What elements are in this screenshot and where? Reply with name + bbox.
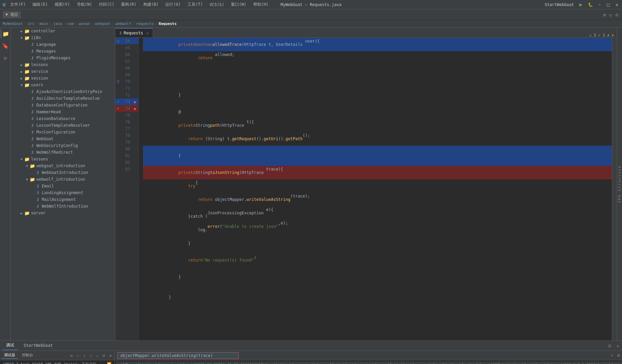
tree-item-users[interactable]: ▼ 📁 users xyxy=(11,82,115,88)
tree-item-hammerhead[interactable]: J HammerHead xyxy=(11,109,115,115)
java-icon: J xyxy=(30,89,35,94)
tree-item-lessonds[interactable]: J LessonDataSource xyxy=(11,115,115,122)
main-area: 📁 🔖 ≡ ▶ 📁 controller ▼ 📁 i18n J Language… xyxy=(0,28,622,340)
tree-item-mvcconfig[interactable]: J MvcConfiguration xyxy=(11,129,115,135)
tree-item-ajax[interactable]: J AjaxAuthenticationEntryPoin xyxy=(11,88,115,95)
menu-tools[interactable]: 工具(T) xyxy=(185,1,205,8)
tree-item-session[interactable]: ▶ 📁 session xyxy=(11,75,115,82)
project-label[interactable]: ▼ 项目 xyxy=(3,11,21,18)
run-status: "XNIO-2 task-4"@18,105 在组 "main": 正在运行 xyxy=(3,362,96,364)
debug-toolbar-icon-7[interactable]: ≡ xyxy=(108,353,113,358)
tree-item-webwolfredir[interactable]: J WebWolfRedirect xyxy=(11,149,115,156)
tree-item-dbconfig[interactable]: J DatabaseConfiguration xyxy=(11,102,115,109)
expand-all-icon[interactable]: ⊞ xyxy=(616,353,621,358)
tree-item-controller[interactable]: ▶ 📁 controller xyxy=(11,28,115,34)
tree-item-ascii[interactable]: J AsciiDoctorTemplateResolve xyxy=(11,95,115,102)
close-button[interactable]: ✕ xyxy=(615,2,619,7)
debug-toolbar-icon-3[interactable]: ↑ xyxy=(82,353,87,358)
menu-window[interactable]: 窗口(W) xyxy=(229,1,248,8)
tab-close-icon[interactable]: ✕ xyxy=(146,31,149,35)
bottom-settings-icon[interactable]: ⚙ xyxy=(608,343,611,348)
maximize-button[interactable]: □ xyxy=(606,2,611,7)
tree-item-websecurity[interactable]: J WebSecurityConfig xyxy=(11,142,115,149)
sync-icon[interactable]: ↻ xyxy=(609,12,612,18)
tree-item-landing[interactable]: J LandingAssignment xyxy=(11,189,115,196)
tree-item-pluginmessages[interactable]: J PluginMessages xyxy=(11,55,115,61)
tree-item-webwolf-intro[interactable]: ▼ 📁 webwolf_introduction xyxy=(11,176,115,183)
menu-help[interactable]: 帮助(H) xyxy=(251,1,271,8)
code-content[interactable]: private boolean allowedTrace(HttpTrace t… xyxy=(139,38,612,340)
tab-icon: J xyxy=(119,31,122,35)
breadcrumb-part-3[interactable]: java xyxy=(53,22,62,26)
menu-file[interactable]: 文件(F) xyxy=(8,1,28,8)
tree-item-service[interactable]: ▶ 📁 service xyxy=(11,68,115,75)
code-line-79: } xyxy=(143,233,612,253)
breadcrumb-part-0[interactable]: MyWebGoat xyxy=(3,22,23,26)
breadcrumb-part-4[interactable]: com xyxy=(67,22,74,26)
code-line-76: return objectMapper.writeValueAsString(t… xyxy=(143,193,612,206)
breadcrumb-sep-5: › xyxy=(91,22,94,26)
structure-icon[interactable]: ≡ xyxy=(1,53,10,63)
expression-input[interactable] xyxy=(117,352,239,359)
debug-toolbar-icon-2[interactable]: ↓ xyxy=(76,353,81,358)
menu-nav[interactable]: 导航(N) xyxy=(75,1,94,8)
breadcrumb-part-1[interactable]: src xyxy=(28,22,34,26)
code-area: @ 56 65 66 67 68 69 @70 71 72 ✓73● ✗74● … xyxy=(115,38,617,340)
debug-toolbar-icon-6[interactable]: ⊟ xyxy=(101,353,107,358)
project-icon[interactable]: 📁 xyxy=(1,29,10,38)
debugger-tab[interactable]: 调试器 xyxy=(1,352,18,359)
minimize-button[interactable]: － xyxy=(597,2,602,7)
menu-refactor[interactable]: 重构(R) xyxy=(119,1,139,8)
console-tab[interactable]: 控制台 xyxy=(19,352,36,359)
folder-icon: 📁 xyxy=(24,82,30,88)
tree-item-i18n[interactable]: ▼ 📁 i18n xyxy=(11,34,115,41)
menu-vcs[interactable]: VCS(S) xyxy=(208,2,226,8)
code-line-80: return "No request(s) found"; xyxy=(143,253,612,267)
breadcrumb-part-8[interactable]: requests xyxy=(136,22,154,26)
menu-build[interactable]: 构建(B) xyxy=(141,1,161,8)
tree-item-lessons2[interactable]: ▼ 📁 lessons xyxy=(11,156,115,162)
breadcrumb-part-6[interactable]: webgoat xyxy=(95,22,110,26)
tree-item-language[interactable]: J Language xyxy=(11,41,115,48)
tree-item-webgoat-intro[interactable]: ▼ 📁 webgoat_introduction xyxy=(11,162,115,169)
breadcrumb-part-2[interactable]: main xyxy=(39,22,49,26)
debug-toolbar-icon-4[interactable]: ↓ xyxy=(88,353,93,358)
titlebar-controls: StartWebGoat ▶ 🐛 － □ ✕ xyxy=(545,1,619,8)
tree-item-mail[interactable]: J MailAssignment xyxy=(11,196,115,203)
tree-item-server[interactable]: ▶ 📁 server xyxy=(11,210,115,216)
bookmark-icon[interactable]: 🔖 xyxy=(1,41,10,51)
java-icon: J xyxy=(30,49,35,54)
breadcrumb-part-7[interactable]: webwolf xyxy=(115,22,131,26)
tree-item-lessons[interactable]: ▶ 📁 lessons xyxy=(11,61,115,68)
gear-icon[interactable]: ⚙ xyxy=(616,12,618,18)
menu-run[interactable]: 运行(U) xyxy=(163,1,183,8)
scrollbar[interactable] xyxy=(612,38,617,340)
result-expand[interactable]: ▶ xyxy=(117,363,120,364)
toolbar: ▼ 项目 ⊞ ↻ ⚙ xyxy=(0,9,622,20)
breadcrumb-part-9[interactable]: Requests xyxy=(159,22,177,26)
tab-startwebgoat[interactable]: StartWebGoat xyxy=(20,342,56,350)
tree-item-email[interactable]: J Email xyxy=(11,183,115,189)
tree-item-webwolfintro[interactable]: J WebWolfIntroduction xyxy=(11,203,115,210)
debug-button[interactable]: 🐛 xyxy=(588,2,593,7)
tree-item-webgoatintro[interactable]: J WebGoatIntroduction xyxy=(11,169,115,176)
run-button[interactable]: ▶ xyxy=(579,1,583,8)
breadcrumb-part-5[interactable]: wanan xyxy=(79,22,90,26)
debug-toolbar-icon-5[interactable]: ↓ xyxy=(95,353,100,358)
layout-icon[interactable]: ⊞ xyxy=(603,12,606,18)
debug-right-panel: + ⊞ 新建... 加断 | 计数 ▶ 结果 = {"\\r\\n \"time… xyxy=(115,351,622,364)
tree-item-webgoat[interactable]: J WebGoat xyxy=(11,135,115,142)
menu-edit[interactable]: 编辑(E) xyxy=(30,1,50,8)
tab-debug[interactable]: 调试 xyxy=(3,341,18,350)
tree-item-messages[interactable]: J Messages xyxy=(11,48,115,55)
breadcrumb-sep-3: › xyxy=(63,22,66,26)
menu-view[interactable]: 视图(V) xyxy=(53,1,72,8)
filter-icon[interactable]: 🔽 xyxy=(107,362,112,364)
debug-toolbar-icon-1[interactable]: ≡ xyxy=(69,353,74,358)
tree-item-lessontr[interactable]: J LessonTemplateResolver xyxy=(11,122,115,129)
menu-code[interactable]: 代码(C) xyxy=(97,1,116,8)
tab-requests[interactable]: J Requests ✕ xyxy=(115,28,153,37)
add-expr-button[interactable]: + xyxy=(610,353,615,358)
bottom-close-icon[interactable]: ✕ xyxy=(617,343,619,348)
folder-icon: 📁 xyxy=(24,156,30,162)
